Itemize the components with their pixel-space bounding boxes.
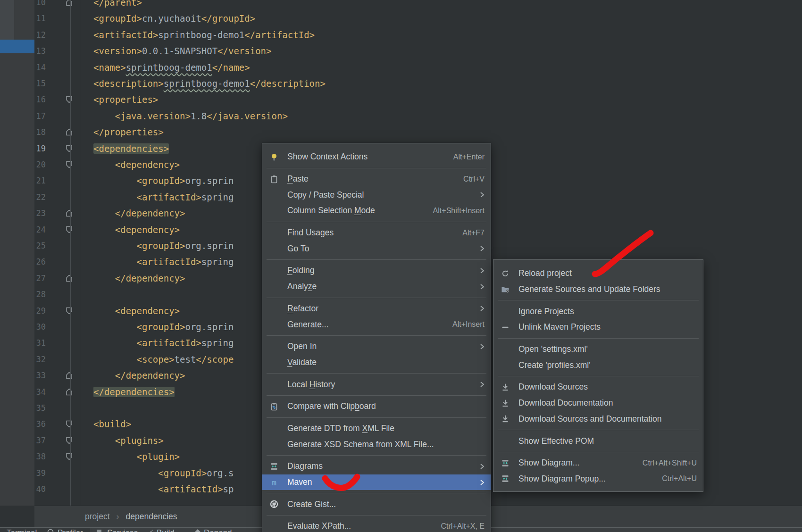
menu-item-download-documentation[interactable]: Download Documentation — [493, 395, 703, 411]
menu-item-open-in[interactable]: Open In — [262, 339, 491, 355]
fold-end-icon[interactable] — [66, 128, 73, 136]
menu-item-label: Compare with Clipboard — [287, 401, 376, 411]
menu-item-ignore-projects[interactable]: Ignore Projects — [493, 303, 703, 319]
menu-item-label: Go To — [287, 244, 309, 254]
fold-end-icon[interactable] — [66, 388, 73, 396]
line-number: 36 — [34, 416, 46, 432]
maven-icon: m — [269, 478, 284, 487]
menu-item-label: Show Diagram Popup... — [518, 474, 606, 484]
line-number: 40 — [34, 481, 46, 497]
fold-end-icon[interactable] — [66, 209, 73, 217]
menu-item-shortcut: Alt+F7 — [451, 229, 485, 237]
menu-item-analyze[interactable]: Analyze — [262, 279, 491, 295]
line-number: 27 — [34, 270, 46, 286]
code-text: <artifactId>sp — [93, 481, 234, 497]
menu-item-folding[interactable]: Folding — [262, 263, 491, 279]
menu-separator — [262, 512, 491, 518]
menu-item-validate[interactable]: Validate — [262, 355, 491, 371]
refresh-icon — [501, 269, 515, 278]
menu-item-evaluate-xpath[interactable]: Evaluate XPath...Ctrl+Alt+X, E — [262, 518, 491, 532]
svg-text:m: m — [272, 478, 276, 487]
editor-context-menu: Show Context ActionsAlt+EnterPasteCtrl+V… — [262, 143, 491, 532]
fold-start-icon[interactable] — [66, 145, 73, 152]
line-number: 10 — [34, 0, 46, 10]
fold-start-icon[interactable] — [66, 453, 73, 460]
submenu-arrow-icon — [478, 305, 485, 312]
menu-separator — [262, 295, 491, 301]
fold-start-icon[interactable] — [66, 437, 73, 444]
toolwindow-terminal[interactable]: Terminal — [7, 528, 37, 532]
line-number: 25 — [34, 238, 46, 254]
menu-item-refactor[interactable]: Refactor — [262, 301, 491, 317]
toolwindow-services[interactable]: Services — [107, 528, 138, 532]
menu-item-generate-xsd-schema-from-xml-file[interactable]: Generate XSD Schema from XML File... — [262, 436, 491, 452]
gutter-border — [80, 0, 80, 506]
code-text: <groupId>org.sprin — [93, 173, 234, 189]
code-text: <properties> — [93, 91, 158, 108]
menu-item-shortcut: Alt+Shift+Insert — [422, 207, 485, 215]
menu-item-copy-paste-special[interactable]: Copy / Paste Special — [262, 187, 491, 203]
menu-item-column-selection-mode[interactable]: Column Selection ModeAlt+Shift+Insert — [262, 203, 491, 219]
fold-start-icon[interactable] — [66, 420, 73, 428]
fold-start-icon[interactable] — [66, 96, 73, 103]
code-text: <dependency> — [93, 303, 180, 319]
menu-item-find-usages[interactable]: Find UsagesAlt+F7 — [262, 225, 491, 241]
project-panel-selected-item[interactable] — [0, 40, 34, 53]
submenu-arrow-icon — [478, 191, 485, 199]
menu-item-paste[interactable]: PasteCtrl+V — [262, 171, 491, 187]
line-number: 28 — [34, 286, 46, 302]
fold-start-icon[interactable] — [66, 307, 73, 315]
menu-item-label: Open In — [287, 341, 317, 351]
menu-separator — [262, 370, 491, 376]
fold-start-icon[interactable] — [66, 161, 73, 168]
menu-item-label: Analyze — [287, 282, 317, 291]
menu-item-label: Folding — [287, 266, 314, 275]
menu-item-generate-dtd-from-xml-file[interactable]: Generate DTD from XML File — [262, 421, 491, 437]
line-number: 17 — [34, 108, 46, 124]
code-text: <dependencies> — [93, 141, 169, 157]
toolwindow-profiler[interactable]: Profiler — [58, 528, 83, 532]
diagram-icon — [501, 458, 515, 468]
menu-item-label: Generate Sources and Update Folders — [518, 284, 660, 294]
menu-item-open-settings-xml[interactable]: Open 'settings.xml' — [493, 341, 703, 357]
diagram-icon — [501, 474, 515, 483]
toolwindow-build[interactable]: Build — [157, 528, 175, 532]
menu-item-unlink-maven-projects[interactable]: Unlink Maven Projects — [493, 319, 703, 335]
menu-item-show-diagram[interactable]: Show Diagram...Ctrl+Alt+Shift+U — [493, 455, 703, 471]
breadcrumb-dependencies[interactable]: dependencies — [126, 512, 177, 522]
toolwindow-dependencies[interactable]: Depend — [204, 528, 232, 532]
menu-item-go-to[interactable]: Go To — [262, 241, 491, 257]
menu-item-show-effective-pom[interactable]: Show Effective POM — [493, 433, 703, 449]
menu-item-download-sources-and-documentation[interactable]: Download Sources and Documentation — [493, 411, 703, 427]
fold-end-icon[interactable] — [66, 0, 73, 6]
menu-item-reload-project[interactable]: Reload project — [493, 266, 703, 282]
menu-item-show-context-actions[interactable]: Show Context ActionsAlt+Enter — [262, 149, 491, 165]
maven-submenu: Reload projectGenerate Sources and Updat… — [493, 259, 703, 492]
menu-separator — [493, 373, 703, 379]
diagrams-icon — [269, 462, 284, 471]
fold-end-icon[interactable] — [66, 274, 73, 282]
fold-start-icon[interactable] — [66, 226, 73, 233]
code-line-18: 18</properties> — [34, 124, 802, 140]
menu-item-local-history[interactable]: Local History — [262, 376, 491, 392]
submenu-arrow-icon — [478, 381, 485, 388]
menu-item-generate[interactable]: Generate...Alt+Insert — [262, 316, 491, 332]
code-line-10: 10</parent> — [34, 0, 802, 10]
code-text: <version>0.0.1-SNAPSHOT</version> — [93, 43, 272, 59]
menu-item-maven[interactable]: mMaven — [262, 474, 491, 490]
menu-item-show-diagram-popup[interactable]: Show Diagram Popup...Ctrl+Alt+U — [493, 471, 703, 487]
line-number: 33 — [34, 367, 46, 383]
menu-item-create-gist[interactable]: Create Gist... — [262, 496, 491, 512]
menu-item-diagrams[interactable]: Diagrams — [262, 458, 491, 474]
menu-item-label: Open 'settings.xml' — [518, 344, 588, 354]
menu-item-generate-sources-and-update-folders[interactable]: Generate Sources and Update Folders — [493, 282, 703, 298]
breadcrumb-project[interactable]: project — [85, 512, 110, 522]
code-text: <build> — [93, 416, 131, 432]
menu-separator — [262, 332, 491, 339]
menu-item-download-sources[interactable]: Download Sources — [493, 379, 703, 395]
menu-item-compare-with-clipboard[interactable]: Compare with Clipboard — [262, 399, 491, 415]
code-text: <plugins> — [93, 432, 164, 449]
fold-end-icon[interactable] — [66, 372, 73, 379]
line-number: 37 — [34, 432, 46, 449]
menu-item-create-profiles-xml[interactable]: Create 'profiles.xml' — [493, 357, 703, 373]
